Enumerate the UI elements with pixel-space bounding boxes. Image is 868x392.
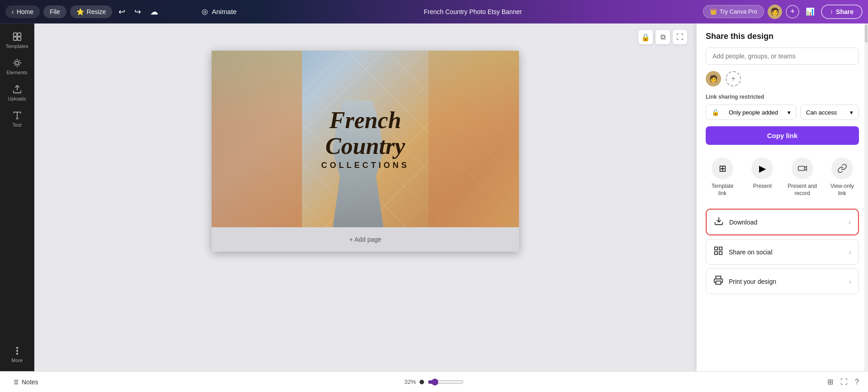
canvas-subtitle: COLLECTIONS [288,161,442,171]
svg-point-8 [16,347,18,349]
add-team-button[interactable]: + [786,5,799,19]
svg-rect-0 [13,33,16,36]
copy-tool-button[interactable]: ⧉ [656,30,670,44]
add-page-bar[interactable]: + Add page [212,227,519,252]
chevron-down-icon-2: ▾ [850,109,853,116]
elements-icon [12,58,22,68]
animate-icon: ◎ [202,7,208,16]
sidebar-item-more[interactable]: More [2,342,33,367]
redo-button[interactable]: ↪ [132,4,144,19]
sidebar-item-elements[interactable]: Elements [2,54,33,79]
canvas-area: 🔒 ⧉ ⛶ French Country COLLECTIONS + Ad [34,24,696,371]
svg-rect-17 [716,281,721,284]
fullscreen-button[interactable]: ⛶ [839,376,849,388]
undo-button[interactable]: ↩ [116,4,128,19]
resize-button[interactable]: ⭐ Resize [70,5,113,18]
file-label: File [50,8,60,15]
svg-point-9 [16,350,18,352]
zoom-slider[interactable] [428,378,464,386]
svg-point-4 [15,61,19,64]
svg-rect-15 [715,252,717,254]
present-icon: ▶ [751,158,773,179]
sidebar-item-templates[interactable]: Templates [2,28,33,53]
link-controls: 🔒 Only people added ▾ Can access ▾ [706,105,859,120]
share-panel: Share this design 🧑 + Link sharing restr… [696,24,868,371]
template-link-label: Template link [708,183,737,197]
share-panel-scrollbar[interactable] [864,24,868,371]
user-avatar-small[interactable]: 🧑 [706,71,721,86]
user-avatar[interactable]: 🧑 [768,5,782,19]
svg-point-10 [16,353,18,354]
try-pro-label: Try Canva Pro [720,8,757,15]
download-icon [714,216,724,228]
file-button[interactable]: File [43,5,66,18]
notes-label: Notes [22,378,38,386]
link-sharing-label: Link sharing restricted [706,94,859,100]
home-button[interactable]: ‹ Home [5,5,40,18]
help-button[interactable]: ? [853,376,861,388]
chevron-left-icon: ‹ [12,8,14,15]
canvas-overlay-text: French Country COLLECTIONS [288,107,442,170]
download-chevron: › [849,218,851,226]
download-item-left: Download [714,216,757,228]
svg-rect-14 [719,247,722,250]
share-social-icon [713,246,723,258]
sidebar-elements-label: Elements [7,70,28,75]
save-status-button[interactable]: ☁ [147,4,161,19]
notes-icon [12,378,19,386]
templates-icon [12,32,22,42]
add-people-button[interactable]: + [726,71,741,86]
lock-icon: 🔒 [712,109,719,116]
print-icon [713,275,723,287]
animate-label: Animate [212,8,236,15]
share-label: Share [836,8,854,15]
print-chevron: › [849,277,851,286]
more-icon [12,346,22,356]
canvas-image[interactable]: French Country COLLECTIONS [212,51,519,227]
present-label: Present [753,183,772,190]
sidebar-item-text[interactable]: Text [2,107,33,131]
sidebar-item-uploads[interactable]: Uploads [2,81,33,105]
copy-link-button[interactable]: Copy link [706,126,859,145]
sidebar-text-label: Text [12,122,21,128]
svg-rect-13 [715,247,717,250]
panel-content: Share this design 🧑 + Link sharing restr… [697,24,868,371]
canvas-title: French Country [288,107,442,159]
bottom-right-icons: ⊞ ⛶ ? [826,376,861,388]
try-pro-button[interactable]: 👑 Try Canva Pro [703,5,764,18]
analytics-button[interactable]: 📊 [803,5,817,19]
notes-button[interactable]: Notes [7,376,43,388]
download-label: Download [729,219,757,226]
sidebar-uploads-label: Uploads [8,96,26,101]
print-expand-item[interactable]: Print your design › [706,268,859,294]
share-icon: ↑ [830,8,833,15]
text-icon [12,110,22,120]
canvas-wrapper: French Country COLLECTIONS + Add page [212,51,519,252]
only-people-label: Only people added [729,109,778,116]
panel-title: Share this design [706,32,859,41]
expand-tool-button[interactable]: ⛶ [673,30,687,44]
grid-view-button[interactable]: ⊞ [826,376,835,388]
sidebar: Templates Elements Uploads Text [0,24,34,371]
crown-icon: 👑 [710,8,717,15]
can-access-label: Can access [806,109,837,116]
share-social-expand-item[interactable]: Share on social › [706,239,859,265]
download-expand-item[interactable]: Download › [706,209,859,235]
sidebar-more-label: More [11,358,23,363]
share-button[interactable]: ↑ Share [821,5,863,19]
people-input[interactable] [706,48,859,65]
share-option-template-link[interactable]: ⊞ Template link [706,154,739,201]
animate-button[interactable]: ◎ Animate [195,4,243,19]
zoom-controls: 32% [404,378,464,386]
lock-tool-button[interactable]: 🔒 [638,30,653,44]
sidebar-templates-label: Templates [5,43,28,49]
share-option-present[interactable]: ▶ Present [745,154,779,201]
svg-rect-11 [798,166,804,170]
document-title: French Country Photo Etsy Banner [246,8,699,15]
home-label: Home [17,8,33,15]
add-page-label: + Add page [349,236,381,243]
share-option-present-record[interactable]: Present and record [786,154,819,201]
share-option-view-only[interactable]: View-only link [826,154,859,201]
can-access-select[interactable]: Can access ▾ [800,105,859,120]
only-people-select[interactable]: 🔒 Only people added ▾ [706,105,797,120]
